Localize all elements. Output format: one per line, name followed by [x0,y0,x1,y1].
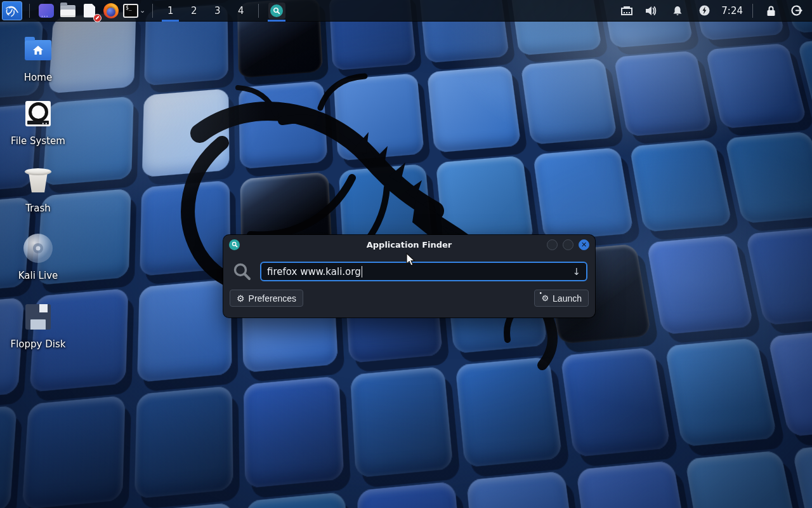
launcher-firefox[interactable] [102,1,121,20]
cube [466,471,579,508]
workspace-label: 2 [191,5,197,17]
terminal-app-icon [39,4,54,18]
cube [136,279,232,382]
logout-button[interactable] [787,1,806,20]
cube [705,43,807,128]
panel-separator [258,4,259,18]
desktop-icon-kali-live[interactable]: Kali Live [5,234,71,281]
cube [455,357,563,467]
cube [684,450,803,508]
desktop-icon-file-system[interactable]: File System [5,99,71,147]
power-manager-indicator[interactable] [695,1,714,20]
cube [745,226,812,326]
close-button[interactable]: ✕ [579,239,589,250]
preferences-label: Preferences [249,293,296,304]
drive-icon [25,101,51,126]
launcher-file-manager[interactable] [58,1,77,20]
network-icon [620,6,633,16]
close-icon: ✕ [581,241,587,248]
notifications-indicator[interactable] [668,1,687,20]
cd-disc-icon [23,234,53,263]
panel-separator [752,4,753,18]
maximize-button[interactable] [563,239,573,250]
desktop-icon-label: File System [11,135,65,147]
cube [22,396,125,508]
cube [613,51,712,137]
desktop-icon-trash[interactable]: Trash [5,166,71,214]
volume-indicator[interactable] [641,1,660,20]
top-panel: $_ ⌄ 1 2 3 4 [0,0,812,22]
preferences-button[interactable]: ⚙ Preferences [230,290,303,307]
minimize-button[interactable] [547,239,558,250]
lock-screen-button[interactable] [761,1,780,20]
workspace-3[interactable]: 3 [207,0,228,22]
cube [792,440,812,508]
file-manager-icon [60,5,75,17]
magnifier-icon [270,4,283,17]
cube [533,147,634,241]
search-input[interactable]: firefox www.kali.org ↓ [260,262,587,281]
titlebar[interactable]: Application Finder ✕ [223,235,595,254]
launch-label: Launch [553,293,582,304]
bell-icon [672,5,683,17]
cube [244,376,344,488]
kali-logo-icon [4,4,20,18]
workspace-1[interactable]: 1 [160,0,181,22]
workspace-label: 1 [167,5,174,17]
cube [0,406,16,508]
clock[interactable]: 7:24 [721,5,743,17]
cube [141,89,230,178]
home-folder-icon [25,40,51,60]
search-icon [233,262,252,281]
search-input-value: firefox www.kali.org [267,266,361,277]
workspace-2[interactable]: 2 [183,0,204,22]
floppy-disk-icon [25,304,51,330]
dropdown-arrow-icon[interactable]: ↓ [572,266,580,277]
cube [246,491,350,508]
window-title: Application Finder [223,240,595,250]
cube [575,460,691,508]
launcher-terminal[interactable] [37,1,56,20]
lock-icon [766,5,776,17]
run-gear-icon: ⚙ [541,294,549,302]
network-indicator[interactable] [617,1,636,20]
cube [629,139,732,232]
desktop-icon-label: Trash [25,203,51,214]
desktop-icon-home[interactable]: Home [5,36,71,83]
taskbar-application-finder[interactable] [266,0,287,22]
cube [131,502,235,508]
cube [239,81,327,169]
desktop-icon-label: Floppy Disk [11,338,66,350]
cube [350,366,454,478]
cube [520,58,617,145]
terminal-icon: $_ [123,4,138,18]
chevron-down-icon[interactable]: ⌄ [140,6,145,15]
desktop-icon-label: Home [24,72,52,83]
application-finder-window: Application Finder ✕ firefox www.kali.or… [223,235,595,318]
workspace-label: 3 [214,5,221,17]
cube [768,328,812,436]
edit-badge-icon [93,14,102,22]
launch-button[interactable]: ⚙ Launch [534,290,589,307]
trash-rim [25,168,51,175]
cube [427,66,521,153]
gear-icon: ⚙ [237,294,245,303]
launcher-text-editor[interactable] [80,1,99,20]
cube [646,235,754,335]
cube [724,131,812,224]
cube [333,73,424,161]
mouse-cursor [406,253,416,267]
launcher-terminal-emulator[interactable]: $_ ⌄ [123,1,145,20]
cube [139,180,230,276]
app-finder-task-icon [268,3,285,19]
volume-icon [645,5,657,17]
logout-icon [790,4,802,17]
desktop-icon-label: Kali Live [18,270,58,281]
workspace-label: 4 [238,5,244,17]
text-caret [362,266,363,277]
cube [664,338,778,446]
workspace-4[interactable]: 4 [230,0,251,22]
panel-separator [152,4,153,18]
desktop-icon-floppy-disk[interactable]: Floppy Disk [5,302,71,350]
kali-menu-button[interactable] [2,1,22,20]
